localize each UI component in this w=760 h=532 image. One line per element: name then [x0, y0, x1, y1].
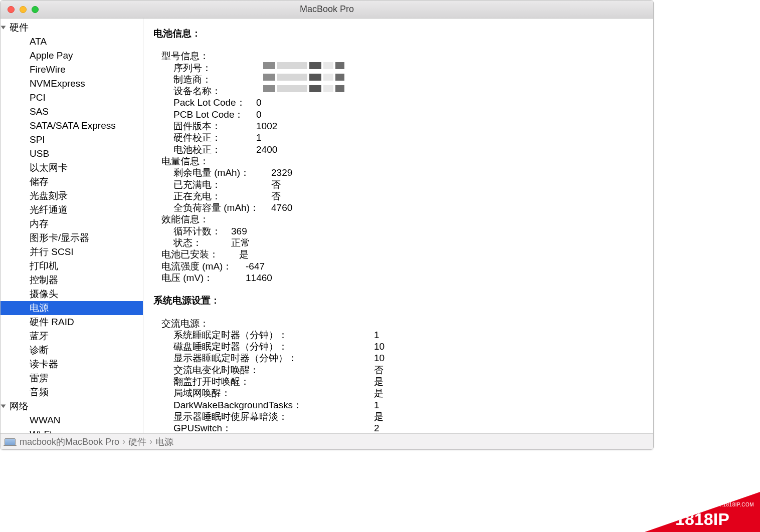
value: 2329: [271, 167, 292, 178]
info-row: 全负荷容量 (mAh)：4760: [153, 202, 648, 213]
watermark: WWW.1818IP.COM 1818IP: [645, 492, 760, 532]
sidebar-item[interactable]: 内存: [1, 217, 143, 231]
subsection-model-info: 型号信息：: [161, 50, 648, 62]
sidebar-item[interactable]: 蓝牙: [1, 329, 143, 343]
sidebar-item[interactable]: 硬件 RAID: [1, 315, 143, 329]
sidebar-item[interactable]: 读卡器: [1, 357, 143, 371]
value: 2400: [256, 144, 277, 155]
value: 369: [231, 225, 247, 237]
sidebar-item[interactable]: 电源: [1, 301, 143, 315]
sidebar-item[interactable]: Apple Pay: [1, 49, 143, 63]
sidebar-item[interactable]: FireWire: [1, 63, 143, 77]
chevron-right-icon: ›: [122, 436, 125, 447]
sidebar-item[interactable]: SAS: [1, 105, 143, 119]
close-button[interactable]: [8, 6, 15, 13]
label: Pack Lot Code：: [173, 97, 256, 108]
label: 局域网唤醒：: [173, 387, 374, 399]
subsection-charge-info: 电量信息：: [161, 155, 648, 167]
system-information-window: MacBook Pro 硬件 ATAApple PayFireWireNVMEx…: [0, 0, 654, 450]
label: 全负荷容量 (mAh)：: [173, 202, 271, 213]
label: GPUSwitch：: [173, 422, 374, 433]
sidebar-item[interactable]: 光盘刻录: [1, 189, 143, 203]
sidebar-item[interactable]: Wi-Fi: [1, 427, 143, 433]
minimize-button[interactable]: [20, 6, 27, 13]
sidebar-item[interactable]: 打印机: [1, 259, 143, 273]
row-voltage: 电压 (mV)： 11460: [153, 272, 648, 284]
value: 0: [256, 109, 262, 120]
sidebar-item[interactable]: NVMExpress: [1, 77, 143, 91]
info-row: 局域网唤醒：是: [153, 387, 648, 399]
value: 正常: [231, 237, 250, 248]
value: 否: [271, 190, 281, 202]
sidebar-item[interactable]: SATA/SATA Express: [1, 119, 143, 133]
titlebar[interactable]: MacBook Pro: [1, 1, 653, 19]
row-battery-installed: 电池已安装： 是: [153, 248, 648, 260]
info-row: 显示器睡眠时使屏幕暗淡：是: [153, 411, 648, 422]
label: 交流电变化时唤醒：: [173, 364, 374, 376]
label: 显示器睡眠定时器（分钟）：: [173, 352, 374, 364]
breadcrumb-3[interactable]: 电源: [155, 436, 173, 448]
window-body: 硬件 ATAApple PayFireWireNVMExpressPCISASS…: [1, 19, 653, 433]
info-row: 显示器睡眠定时器（分钟）：10: [153, 352, 648, 364]
sidebar-item[interactable]: PCI: [1, 91, 143, 105]
info-row: 系统睡眠定时器（分钟）：1: [153, 329, 648, 341]
label: 正在充电：: [173, 190, 271, 202]
info-row: 硬件校正：1: [153, 132, 648, 143]
label: 硬件校正：: [173, 132, 256, 143]
sidebar-item[interactable]: 光纤通道: [1, 203, 143, 217]
sidebar-item[interactable]: 雷雳: [1, 371, 143, 385]
value: 10: [374, 341, 385, 352]
info-row: 翻盖打开时唤醒：是: [153, 376, 648, 387]
content-pane[interactable]: 电池信息： 型号信息： 序列号：制造商：设备名称：Pack Lot Code：0…: [143, 19, 653, 433]
value: 是: [239, 248, 249, 260]
statusbar: macbook的MacBook Pro › 硬件 › 电源: [1, 433, 653, 449]
sidebar-category-hardware[interactable]: 硬件: [1, 21, 143, 35]
value: -647: [246, 260, 265, 272]
info-row: 制造商：: [153, 74, 648, 85]
label: 电流强度 (mA)：: [161, 260, 246, 272]
info-row: Pack Lot Code：0: [153, 97, 648, 108]
sidebar-item[interactable]: 音频: [1, 385, 143, 399]
value: 2: [374, 422, 379, 433]
value: [256, 62, 344, 74]
info-row: PCB Lot Code：0: [153, 109, 648, 120]
section-system-power-settings: 系统电源设置：: [153, 295, 648, 306]
sidebar-category-network[interactable]: 网络: [1, 399, 143, 413]
chevron-right-icon: ›: [149, 436, 152, 447]
label: 剩余电量 (mAh)：: [173, 167, 271, 178]
laptop-icon: [5, 438, 16, 445]
label: 设备名称：: [173, 85, 256, 97]
value: 0: [256, 97, 262, 108]
label: 系统睡眠定时器（分钟）：: [173, 329, 374, 341]
sidebar-item[interactable]: ATA: [1, 35, 143, 49]
value: 1002: [256, 120, 277, 132]
info-row: 序列号：: [153, 62, 648, 74]
value: 1: [374, 329, 379, 341]
breadcrumb-1[interactable]: macbook的MacBook Pro: [20, 436, 119, 448]
maximize-button[interactable]: [32, 6, 39, 13]
value: 是: [374, 376, 384, 387]
info-row: DarkWakeBackgroundTasks：1: [153, 399, 648, 411]
sidebar-item[interactable]: SPI: [1, 133, 143, 147]
sidebar-item[interactable]: 控制器: [1, 273, 143, 287]
sidebar-item[interactable]: 储存: [1, 175, 143, 189]
value: 是: [374, 411, 384, 422]
value: 1: [256, 132, 262, 143]
info-row: 循环计数：369: [153, 225, 648, 237]
value: 10: [374, 352, 385, 364]
subsection-health-info: 效能信息：: [161, 213, 648, 225]
label: 显示器睡眠时使屏幕暗淡：: [173, 411, 374, 422]
sidebar-item[interactable]: 并行 SCSI: [1, 245, 143, 259]
sidebar-item[interactable]: 摄像头: [1, 287, 143, 301]
sidebar[interactable]: 硬件 ATAApple PayFireWireNVMExpressPCISASS…: [1, 19, 143, 433]
watermark-url: WWW.1818IP.COM: [707, 502, 754, 507]
info-row: 电池校正：2400: [153, 144, 648, 155]
watermark-text: 1818IP: [675, 509, 729, 529]
sidebar-item[interactable]: 图形卡/显示器: [1, 231, 143, 245]
sidebar-item[interactable]: 以太网卡: [1, 161, 143, 175]
sidebar-item[interactable]: 诊断: [1, 343, 143, 357]
sidebar-item[interactable]: USB: [1, 147, 143, 161]
value: 是: [374, 387, 384, 399]
breadcrumb-2[interactable]: 硬件: [128, 436, 146, 448]
sidebar-item[interactable]: WWAN: [1, 413, 143, 427]
